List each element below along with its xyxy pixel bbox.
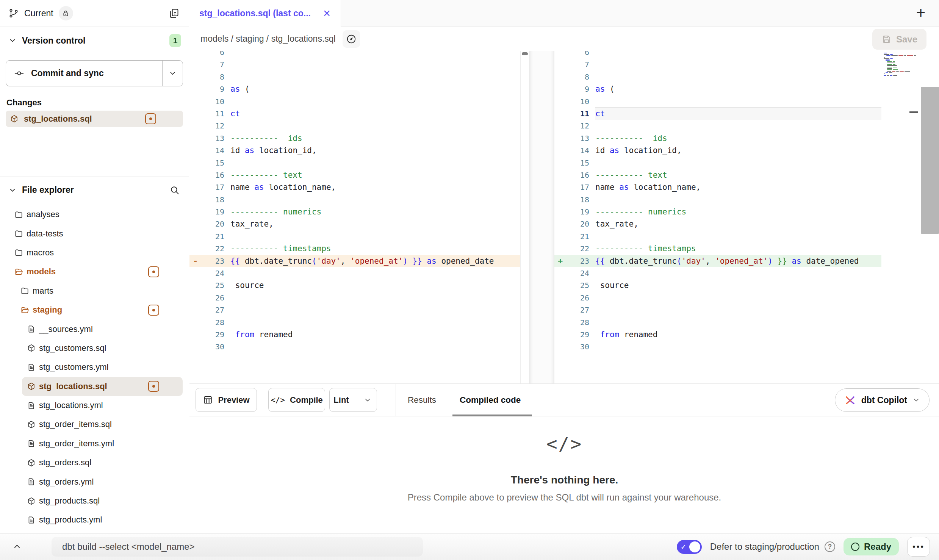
more-options-button[interactable]: ••• xyxy=(907,537,930,557)
tree-item-stg-order-items-yml[interactable]: stg_order_items.yml xyxy=(0,434,189,453)
tree-item-data-tests[interactable]: data-tests xyxy=(0,224,189,243)
code-line-modified-9[interactable]: 9as ( xyxy=(554,83,881,95)
ready-status-badge[interactable]: Ready xyxy=(844,538,899,555)
left-pane-scrollbar[interactable] xyxy=(520,51,529,383)
change-item-stg_locations.sql[interactable]: stg_locations.sql xyxy=(6,111,183,127)
tree-item-stg-products-yml[interactable]: stg_products.yml xyxy=(0,510,189,529)
code-line-modified-10[interactable]: 10 xyxy=(554,95,881,108)
code-line-original-6[interactable]: 6 xyxy=(189,51,520,58)
tree-item-models[interactable]: models xyxy=(0,262,189,281)
code-line-original-26[interactable]: 26 xyxy=(189,292,520,304)
tab-compiled-code[interactable]: Compiled code xyxy=(460,384,521,416)
diff-pane-modified[interactable]: 6789as (1011ct1213---------- ids14id as … xyxy=(554,51,881,383)
code-line-original-24[interactable]: 24 xyxy=(189,267,520,279)
tree-item-macros[interactable]: macros xyxy=(0,243,189,262)
code-line-original-16[interactable]: 16---------- text xyxy=(189,169,520,181)
code-line-modified-23[interactable]: +23{{ dbt.date_trunc('day', 'opened_at')… xyxy=(554,255,881,267)
branch-name[interactable]: Current xyxy=(24,8,53,19)
code-line-original-23[interactable]: -23{{ dbt.date_trunc('day', 'opened_at')… xyxy=(189,255,520,267)
dbt-copilot-button[interactable]: dbt Copilot xyxy=(835,388,930,412)
code-line-original-21[interactable]: 21 xyxy=(189,230,520,242)
code-line-original-10[interactable]: 10 xyxy=(189,95,520,108)
code-line-original-25[interactable]: 25 source xyxy=(189,279,520,291)
save-button[interactable]: Save xyxy=(872,29,926,50)
code-line-original-12[interactable]: 12 xyxy=(189,120,520,132)
code-line-modified-12[interactable]: 12 xyxy=(554,120,881,132)
code-line-original-9[interactable]: 9as ( xyxy=(189,83,520,95)
diff-pane-original[interactable]: 6789as (1011ct1213---------- ids14id as … xyxy=(189,51,520,383)
code-line-original-27[interactable]: 27 xyxy=(189,304,520,316)
code-line-original-15[interactable]: 15 xyxy=(189,157,520,169)
pane-divider[interactable] xyxy=(529,51,554,383)
code-line-original-29[interactable]: 29 from renamed xyxy=(189,328,520,341)
copy-icon[interactable] xyxy=(168,8,180,19)
code-line-original-17[interactable]: 17name as location_name, xyxy=(189,181,520,193)
code-line-original-11[interactable]: 11ct xyxy=(189,108,520,120)
code-line-modified-27[interactable]: 27 xyxy=(554,304,881,316)
code-line-modified-8[interactable]: 8 xyxy=(554,71,881,83)
tab-stg-locations-sql[interactable]: stg_locations.sql (last co... ✕ xyxy=(189,0,341,27)
tree-item-analyses[interactable]: analyses xyxy=(0,205,189,224)
lint-button[interactable]: Lint xyxy=(329,388,377,412)
version-control-header[interactable]: Version control 1 xyxy=(0,27,189,54)
tree-item-stg-orders-sql[interactable]: stg_orders.sql xyxy=(0,453,189,472)
code-line-original-19[interactable]: 19---------- numerics xyxy=(189,206,520,218)
tree-item--sources-yml[interactable]: __sources.yml xyxy=(0,319,189,338)
tree-item-stg-customers-yml[interactable]: stg_customers.yml xyxy=(0,358,189,377)
code-line-modified-20[interactable]: 20tax_rate, xyxy=(554,218,881,230)
compile-button[interactable]: </> Compile xyxy=(268,388,325,412)
code-line-modified-6[interactable]: 6 xyxy=(554,51,881,58)
close-icon[interactable]: ✕ xyxy=(323,9,331,18)
tree-item-staging[interactable]: staging xyxy=(0,300,189,319)
help-icon[interactable]: ? xyxy=(825,541,835,552)
code-line-original-8[interactable]: 8 xyxy=(189,71,520,83)
code-line-original-18[interactable]: 18 xyxy=(189,194,520,206)
code-line-modified-25[interactable]: 25 source xyxy=(554,279,881,291)
tab-results[interactable]: Results xyxy=(408,384,436,416)
code-line-modified-28[interactable]: 28 xyxy=(554,316,881,328)
file-explorer-header[interactable]: File explorer xyxy=(0,177,189,195)
lint-label[interactable]: Lint xyxy=(330,395,353,405)
code-line-modified-22[interactable]: 22---------- timestamps xyxy=(554,242,881,255)
code-line-modified-11[interactable]: 11ct xyxy=(554,108,881,120)
tree-item-marts[interactable]: marts xyxy=(0,282,189,300)
code-line-original-22[interactable]: 22---------- timestamps xyxy=(189,242,520,255)
lineage-button[interactable] xyxy=(343,30,360,48)
code-line-original-28[interactable]: 28 xyxy=(189,316,520,328)
commit-options-caret[interactable] xyxy=(162,61,183,86)
preview-button[interactable]: Preview xyxy=(196,388,257,412)
code-line-modified-29[interactable]: 29 from renamed xyxy=(554,328,881,341)
code-line-modified-13[interactable]: 13---------- ids xyxy=(554,132,881,144)
lint-options-caret[interactable] xyxy=(358,388,377,411)
code-line-modified-30[interactable]: 30 xyxy=(554,341,881,353)
search-icon[interactable] xyxy=(169,185,180,195)
code-line-modified-15[interactable]: 15 xyxy=(554,157,881,169)
tree-item-stg-products-sql[interactable]: stg_products.sql xyxy=(0,491,189,510)
breadcrumb[interactable]: models / staging / stg_locations.sql xyxy=(200,34,336,44)
defer-toggle[interactable]: ✓ xyxy=(677,540,702,554)
code-line-original-30[interactable]: 30 xyxy=(189,341,520,353)
code-line-original-7[interactable]: 7 xyxy=(189,58,520,70)
editor-scrollbar-thumb[interactable] xyxy=(921,87,939,234)
collapse-panel-button[interactable] xyxy=(0,542,34,551)
tree-item-stg-orders-yml[interactable]: stg_orders.yml xyxy=(0,472,189,491)
tree-item-stg-order-items-sql[interactable]: stg_order_items.sql xyxy=(0,415,189,434)
tree-item-stg-customers-sql[interactable]: stg_customers.sql xyxy=(0,339,189,358)
code-line-original-13[interactable]: 13---------- ids xyxy=(189,132,520,144)
code-line-original-20[interactable]: 20tax_rate, xyxy=(189,218,520,230)
code-line-modified-26[interactable]: 26 xyxy=(554,292,881,304)
code-line-modified-24[interactable]: 24 xyxy=(554,267,881,279)
tree-item-stg-locations-sql[interactable]: stg_locations.sql xyxy=(22,377,183,396)
code-line-modified-21[interactable]: 21 xyxy=(554,230,881,242)
code-line-modified-7[interactable]: 7 xyxy=(554,58,881,70)
minimap[interactable] xyxy=(884,53,908,77)
code-line-modified-14[interactable]: 14id as location_id, xyxy=(554,144,881,156)
code-line-original-14[interactable]: 14id as location_id, xyxy=(189,144,520,156)
scrollbar-thumb[interactable] xyxy=(522,52,528,55)
code-line-modified-19[interactable]: 19---------- numerics xyxy=(554,206,881,218)
new-tab-button[interactable]: + xyxy=(912,4,930,22)
command-input[interactable]: dbt build --select <model_name> xyxy=(52,537,423,557)
tree-item-stg-locations-yml[interactable]: stg_locations.yml xyxy=(0,396,189,415)
code-line-modified-16[interactable]: 16---------- text xyxy=(554,169,881,181)
commit-and-sync-button[interactable]: Commit and sync xyxy=(6,60,183,86)
